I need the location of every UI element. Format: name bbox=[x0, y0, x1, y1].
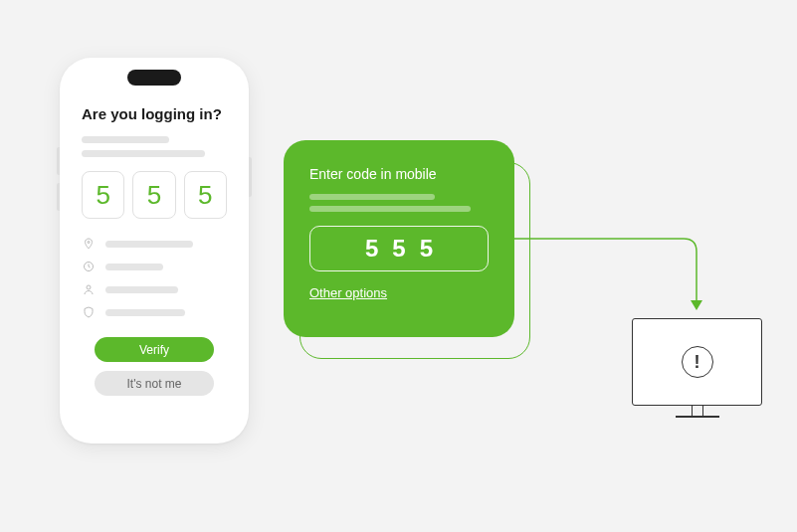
skeleton-line bbox=[82, 136, 169, 143]
svg-point-2 bbox=[87, 285, 91, 289]
card-code-display: 5 5 5 bbox=[309, 226, 489, 271]
code-digit: 5 bbox=[82, 171, 124, 219]
detail-row bbox=[82, 305, 227, 319]
other-options-link[interactable]: Other options bbox=[309, 285, 387, 300]
location-icon bbox=[82, 237, 96, 251]
code-digit: 5 bbox=[365, 235, 378, 263]
verify-button[interactable]: Verify bbox=[95, 337, 214, 362]
code-digit: 5 bbox=[420, 235, 433, 263]
skeleton-line bbox=[309, 206, 471, 212]
skeleton-line bbox=[105, 241, 193, 248]
skeleton-line bbox=[82, 150, 205, 157]
code-digit: 5 bbox=[184, 171, 227, 219]
person-icon bbox=[82, 282, 96, 296]
desktop-monitor: ! bbox=[632, 318, 762, 418]
code-digit: 5 bbox=[132, 171, 175, 219]
phone-screen-content: Are you logging in? 5 5 5 bbox=[60, 58, 249, 414]
skeleton-line bbox=[105, 286, 178, 293]
phone-notch bbox=[127, 70, 181, 86]
phone-side-buttons bbox=[57, 147, 60, 175]
code-digit: 5 bbox=[392, 235, 405, 263]
detail-row bbox=[82, 282, 227, 296]
detail-row bbox=[82, 260, 227, 273]
skeleton-line bbox=[309, 194, 435, 200]
detail-row bbox=[82, 237, 227, 251]
phone-mockup: Are you logging in? 5 5 5 bbox=[60, 58, 249, 443]
clock-icon bbox=[82, 260, 96, 273]
alert-icon: ! bbox=[682, 346, 713, 378]
card-title: Enter code in mobile bbox=[309, 166, 489, 182]
skeleton-line bbox=[105, 309, 185, 316]
login-prompt-title: Are you logging in? bbox=[82, 105, 227, 122]
shield-icon bbox=[82, 305, 96, 319]
not-me-button[interactable]: It's not me bbox=[95, 371, 214, 396]
monitor-screen: ! bbox=[632, 318, 762, 406]
desktop-code-card: Enter code in mobile 5 5 5 Other options bbox=[284, 140, 514, 337]
monitor-base bbox=[676, 416, 719, 418]
verification-code-display: 5 5 5 bbox=[82, 171, 227, 219]
phone-power-button bbox=[249, 157, 252, 197]
skeleton-line bbox=[105, 264, 163, 270]
svg-point-0 bbox=[88, 242, 90, 244]
monitor-stand bbox=[692, 406, 703, 416]
connector-arrow bbox=[514, 199, 713, 323]
